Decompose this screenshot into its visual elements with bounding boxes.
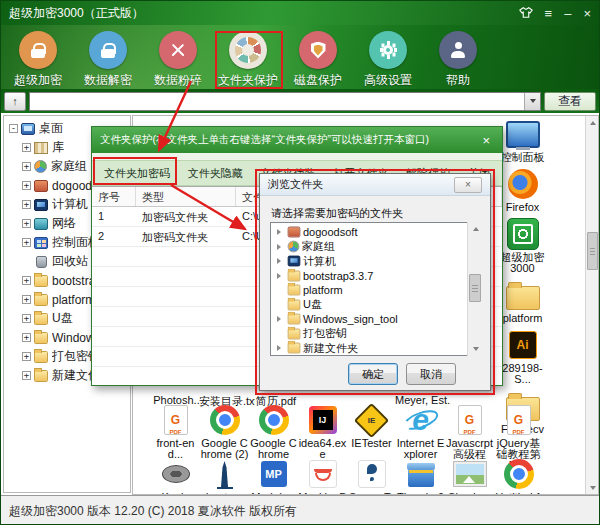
browse-tree-item[interactable]: 家庭组 <box>271 240 481 255</box>
expand-triangle-icon[interactable] <box>277 273 285 279</box>
address-combobox[interactable] <box>29 92 541 111</box>
minimize-icon[interactable]: – <box>564 7 571 20</box>
file-icon[interactable]: Firefox <box>498 168 547 213</box>
menu-icon[interactable]: ≡ <box>545 7 553 20</box>
dropdown-arrow-icon[interactable] <box>524 93 540 110</box>
browse-tree-item[interactable]: 计算机 <box>271 254 481 269</box>
browse-tree-item-label: 家庭组 <box>302 239 335 254</box>
close-icon[interactable]: × <box>454 177 482 193</box>
file-icon[interactable]: 控制面板 <box>498 118 547 163</box>
file-icon[interactable]: Markdown... <box>249 458 298 495</box>
userfolder-icon <box>34 180 48 192</box>
close-icon[interactable]: × <box>583 7 591 20</box>
file-icon[interactable]: Untitled 1 <box>494 458 543 495</box>
expander-icon[interactable]: + <box>22 143 31 152</box>
expander-icon[interactable]: + <box>22 352 31 361</box>
cancel-button[interactable]: 取消 <box>406 363 456 385</box>
skin-icon[interactable] <box>519 7 533 20</box>
up-arrow-button[interactable]: ↑ <box>4 92 26 111</box>
file-icon[interactable]: 289198-S... <box>498 329 547 385</box>
toolbar-button-label: 数据粉碎 <box>154 72 202 89</box>
expand-triangle-icon[interactable] <box>277 345 285 351</box>
file-icon[interactable]: 超级加密3000 <box>498 218 547 274</box>
file-icon[interactable]: MockingBot <box>298 458 347 495</box>
file-icon[interactable]: Lantern <box>200 458 249 495</box>
browse-tree-item[interactable]: 打包密钥 <box>271 327 481 342</box>
homegroup-icon <box>288 241 300 253</box>
expander-icon[interactable]: - <box>9 124 18 133</box>
browse-tree-item[interactable]: U盘 <box>271 298 481 313</box>
browse-scrollbar[interactable] <box>467 222 482 356</box>
expander-icon[interactable]: + <box>22 219 31 228</box>
toolbar-button-circle <box>89 31 127 69</box>
expander-icon[interactable]: + <box>22 276 31 285</box>
toolbar-button[interactable]: 超级加密 <box>3 31 73 89</box>
file-icon-label: IETester <box>351 438 391 449</box>
ok-button[interactable]: 确定 <box>348 363 398 385</box>
view-button[interactable]: 查看 <box>544 92 596 111</box>
expand-triangle-icon[interactable] <box>277 258 285 264</box>
file-icon[interactable]: Koala <box>151 458 200 495</box>
folder-icon <box>34 370 48 382</box>
cell-type: 加密码文件夹 <box>136 207 236 226</box>
expander-icon[interactable]: + <box>22 238 31 247</box>
expand-triangle-icon[interactable] <box>277 244 285 250</box>
browse-tree-item[interactable]: platform <box>271 283 481 298</box>
file-icon[interactable]: platform <box>498 279 547 324</box>
browse-tree-item-label: U盘 <box>303 297 322 312</box>
expander-icon[interactable]: + <box>22 200 31 209</box>
folder-icon <box>288 299 301 310</box>
scroll-down-icon[interactable] <box>586 481 599 494</box>
browse-tree-item-label: bootstrap3.3.7 <box>303 270 373 282</box>
dialog-tab[interactable]: 文件夹隐藏 <box>188 166 243 181</box>
toolbar-button[interactable]: 高级设置 <box>353 31 423 89</box>
browse-tree-item-label: Windows_sign_tool <box>303 313 398 325</box>
expand-triangle-icon[interactable] <box>277 229 285 235</box>
titlebar: 超级加密3000（正式版） ≡ – × <box>1 1 599 25</box>
browse-tree-item[interactable]: Windows_sign_tool <box>271 312 481 327</box>
toolbar-button[interactable]: 数据解密 <box>73 31 143 89</box>
browse-tree-item[interactable]: dogoodsoft <box>271 225 481 240</box>
tree-item-label: platform <box>52 293 95 307</box>
toolbar-button[interactable]: 磁盘保护 <box>283 31 353 89</box>
image-icon <box>452 458 488 490</box>
scrollbar-thumb[interactable] <box>587 232 598 270</box>
toolbar-button-circle <box>19 31 57 69</box>
file-icon[interactable]: Sina img <box>445 458 494 495</box>
expander-icon[interactable]: + <box>22 295 31 304</box>
folder-icon <box>34 294 48 306</box>
toolbar-button[interactable]: 帮助 <box>423 31 493 89</box>
expander-icon[interactable]: + <box>22 371 31 380</box>
expander-icon[interactable]: + <box>22 314 31 323</box>
scroll-up-icon[interactable] <box>586 116 599 129</box>
toolbar-button-label: 帮助 <box>446 72 470 89</box>
expander-icon[interactable]: + <box>22 333 31 342</box>
browse-folder-tree: dogoodsoft 家庭组 计算机 bootstrap3.3.7 platfo… <box>270 222 482 356</box>
dialog-tab[interactable]: 文件夹加密码 <box>104 166 170 181</box>
expander-icon[interactable]: + <box>22 181 31 190</box>
safe-icon <box>505 218 541 250</box>
expand-triangle-icon[interactable] <box>277 316 285 322</box>
homegroup-icon <box>34 160 47 173</box>
network-icon <box>34 218 48 230</box>
browse-tree-item[interactable]: bootstrap3.3.7 <box>271 269 481 284</box>
scrollbar-thumb[interactable] <box>469 274 481 302</box>
toolbar-button[interactable]: 文件夹保护 <box>213 31 283 89</box>
browse-tree-item-label: 计算机 <box>303 254 336 269</box>
file-icon[interactable]: SourceTree <box>347 458 396 495</box>
toolbar-button-circle <box>159 31 197 69</box>
gear-icon <box>379 41 397 59</box>
file-icon[interactable]: Thunder9 <box>396 458 445 495</box>
scroll-up-icon[interactable] <box>468 222 483 236</box>
close-icon[interactable]: × <box>478 133 494 148</box>
tree-item-label: U盘 <box>52 310 73 327</box>
expander-icon[interactable]: + <box>22 162 31 171</box>
file-icon-label: 控制面板 <box>501 152 545 163</box>
vertical-scrollbar[interactable] <box>585 116 598 494</box>
toolbar-button[interactable]: 数据粉碎 <box>143 31 213 89</box>
scroll-down-icon[interactable] <box>468 342 483 356</box>
folder-icon <box>288 328 301 339</box>
browse-tree-item[interactable]: 新建文件夹 <box>271 341 481 356</box>
cpanel-s-icon <box>34 237 48 249</box>
folder-icon <box>34 275 48 287</box>
